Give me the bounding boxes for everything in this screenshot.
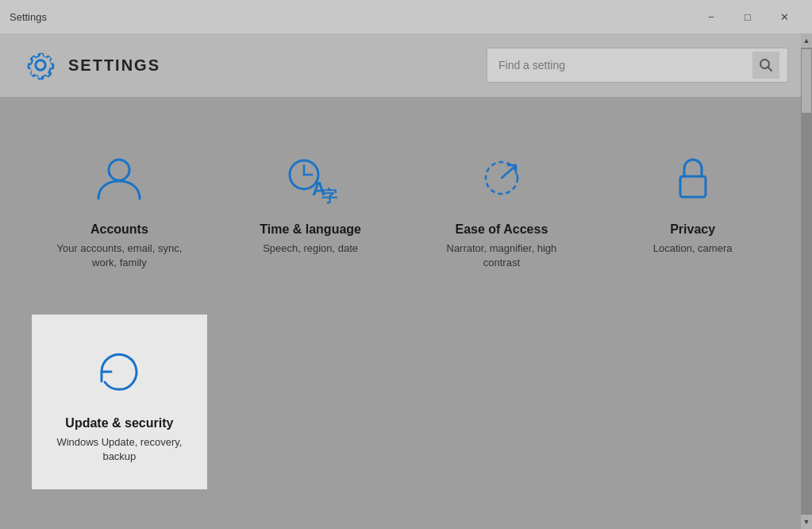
accounts-title: Accounts	[90, 222, 148, 237]
tile-update-security[interactable]: Update & security Windows Update, recove…	[32, 315, 207, 489]
maximize-button[interactable]: □	[729, 0, 766, 33]
scrollbar-thumb[interactable]	[802, 49, 811, 113]
time-language-icon: A 字	[279, 146, 342, 210]
search-icon	[759, 58, 773, 72]
scrollbar-up-button[interactable]: ▲	[801, 33, 812, 48]
time-language-text: Time & language Speech, region, date	[260, 222, 361, 256]
privacy-text: Privacy Location, camera	[653, 222, 733, 256]
privacy-title: Privacy	[670, 222, 715, 237]
accounts-icon	[87, 146, 151, 210]
svg-text:字: 字	[321, 187, 338, 205]
tile-time-language[interactable]: A 字 Time & language Speech, region, date	[223, 121, 398, 295]
accounts-subtitle: Your accounts, email, sync, work, family	[49, 241, 190, 270]
gear-icon	[24, 48, 57, 82]
svg-line-1	[768, 68, 772, 71]
settings-grid-row1: Accounts Your accounts, email, sync, wor…	[32, 121, 780, 295]
scrollbar-down-button[interactable]: ▼	[801, 515, 812, 529]
tile-accounts[interactable]: Accounts Your accounts, email, sync, wor…	[32, 121, 207, 295]
tile-privacy[interactable]: Privacy Location, camera	[605, 121, 780, 295]
search-button[interactable]	[752, 52, 779, 79]
ease-of-access-text: Ease of Access Narrator, magnifier, high…	[432, 222, 572, 270]
time-language-subtitle: Speech, region, date	[263, 241, 358, 256]
accounts-text: Accounts Your accounts, email, sync, wor…	[49, 222, 190, 270]
svg-rect-10	[680, 176, 706, 197]
close-button[interactable]: ✕	[766, 0, 802, 33]
settings-grid-row2: Update & security Windows Update, recove…	[32, 315, 780, 489]
privacy-subtitle: Location, camera	[653, 241, 733, 256]
title-bar: Settings − □ ✕	[0, 0, 812, 33]
update-security-icon	[87, 340, 151, 404]
minimize-button[interactable]: −	[693, 0, 729, 33]
settings-window: Settings − □ ✕ SETTINGS	[0, 0, 812, 529]
app-header: SETTINGS	[0, 33, 812, 97]
ease-of-access-title: Ease of Access	[455, 222, 548, 237]
tile-ease-of-access[interactable]: Ease of Access Narrator, magnifier, high…	[414, 121, 590, 295]
ease-of-access-icon	[470, 146, 533, 210]
update-security-title: Update & security	[65, 416, 173, 431]
svg-point-2	[109, 160, 129, 180]
window-controls: − □ ✕	[693, 0, 802, 33]
update-security-text: Update & security Windows Update, recove…	[49, 416, 190, 464]
scrollbar: ▲ ▼	[801, 33, 812, 529]
search-input[interactable]	[498, 59, 752, 71]
main-content: Accounts Your accounts, email, sync, wor…	[0, 97, 812, 529]
privacy-icon	[661, 146, 725, 210]
window-title: Settings	[10, 11, 693, 23]
time-language-title: Time & language	[260, 222, 361, 237]
search-bar	[487, 48, 788, 83]
svg-line-9	[502, 167, 514, 178]
update-security-subtitle: Windows Update, recovery, backup	[49, 435, 190, 464]
app-title: SETTINGS	[68, 56, 160, 75]
ease-of-access-subtitle: Narrator, magnifier, high contrast	[432, 241, 572, 270]
scrollbar-track	[801, 48, 812, 529]
app-logo: SETTINGS	[24, 48, 487, 82]
